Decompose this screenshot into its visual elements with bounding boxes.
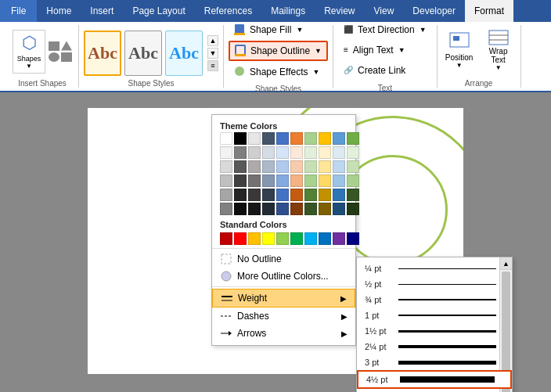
weight-option[interactable]: 1½ pt — [357, 323, 512, 339]
theme-color-swatch[interactable] — [248, 189, 261, 201]
theme-color-swatch[interactable] — [262, 132, 275, 145]
theme-color-swatch[interactable] — [304, 132, 317, 145]
tab-home[interactable]: Home — [37, 0, 81, 22]
theme-color-swatch[interactable] — [333, 189, 345, 201]
theme-color-swatch[interactable] — [220, 174, 232, 187]
theme-color-swatch[interactable] — [290, 203, 303, 215]
theme-color-swatch[interactable] — [234, 160, 247, 173]
theme-color-swatch[interactable] — [304, 160, 317, 173]
theme-color-swatch[interactable] — [333, 174, 345, 187]
styles-arrow-down[interactable]: ▼ — [207, 48, 218, 59]
theme-color-swatch[interactable] — [304, 146, 317, 159]
std-color-swatch[interactable] — [347, 232, 359, 245]
position-arrow[interactable]: ▼ — [456, 62, 463, 69]
shape-fill-arrow[interactable]: ▼ — [296, 26, 303, 34]
theme-color-swatch[interactable] — [234, 146, 247, 159]
shape-effect-button[interactable]: Shape Effects ▼ — [229, 63, 328, 81]
weight-option[interactable]: 6 pt — [357, 389, 512, 392]
style-btn-2[interactable]: Abc — [124, 31, 162, 76]
style-btn-1[interactable]: Abc — [84, 31, 121, 76]
shapes-button[interactable]: ⬡ Shapes ▼ — [13, 30, 45, 74]
weight-option[interactable]: 2¼ pt — [357, 339, 512, 354]
shape-outline-button[interactable]: Shape Outline ▼ — [229, 41, 328, 61]
theme-color-swatch[interactable] — [220, 132, 232, 145]
std-color-swatch[interactable] — [262, 232, 275, 245]
theme-color-swatch[interactable] — [276, 160, 289, 173]
no-outline-item[interactable]: No Outline — [212, 250, 355, 268]
theme-color-swatch[interactable] — [304, 174, 317, 187]
theme-color-swatch[interactable] — [333, 203, 345, 215]
theme-color-swatch[interactable] — [347, 174, 359, 187]
std-color-swatch[interactable] — [248, 232, 261, 245]
theme-color-swatch[interactable] — [262, 189, 275, 201]
theme-color-swatch[interactable] — [304, 189, 317, 201]
shape-icon-4[interactable] — [61, 52, 72, 62]
theme-color-swatch[interactable] — [248, 174, 261, 187]
shape-icon-2[interactable] — [61, 41, 72, 51]
tab-references[interactable]: References — [195, 0, 261, 22]
std-color-swatch[interactable] — [234, 232, 247, 245]
theme-color-swatch[interactable] — [234, 174, 247, 187]
arrows-item[interactable]: Arrows ▶ — [212, 325, 355, 342]
tab-mailings[interactable]: Mailings — [261, 0, 315, 22]
theme-color-swatch[interactable] — [290, 174, 303, 187]
std-color-swatch[interactable] — [276, 232, 289, 245]
theme-color-swatch[interactable] — [347, 132, 359, 145]
theme-color-swatch[interactable] — [220, 203, 232, 215]
styles-arrow-up[interactable]: ▲ — [207, 35, 218, 46]
tab-developer[interactable]: Developer — [403, 0, 465, 22]
shape-icon-3[interactable] — [49, 52, 59, 62]
align-text-button[interactable]: ≡ Align Text ▼ — [338, 41, 432, 59]
theme-color-swatch[interactable] — [319, 189, 331, 201]
shape-outline-arrow[interactable]: ▼ — [315, 47, 322, 55]
tab-review[interactable]: Review — [315, 0, 364, 22]
weight-option[interactable]: ½ pt — [357, 276, 512, 292]
position-button[interactable]: Position ▼ — [442, 28, 477, 72]
theme-color-swatch[interactable] — [333, 132, 345, 145]
theme-color-swatch[interactable] — [290, 146, 303, 159]
theme-color-swatch[interactable] — [220, 189, 232, 201]
theme-color-swatch[interactable] — [347, 203, 359, 215]
theme-color-swatch[interactable] — [248, 146, 261, 159]
more-outline-colors-item[interactable]: More Outline Colors... — [212, 268, 355, 285]
wrap-text-button[interactable]: Wrap Text ▼ — [481, 28, 516, 72]
theme-color-swatch[interactable] — [262, 203, 275, 215]
tab-view[interactable]: View — [365, 0, 404, 22]
theme-color-swatch[interactable] — [319, 160, 331, 173]
style-btn-3[interactable]: Abc — [165, 31, 203, 76]
text-direction-button[interactable]: ⬛ Text Direction ▼ — [338, 21, 432, 38]
tab-format[interactable]: Format — [465, 0, 513, 22]
theme-color-swatch[interactable] — [290, 160, 303, 173]
theme-color-swatch[interactable] — [319, 132, 331, 145]
theme-color-swatch[interactable] — [304, 203, 317, 215]
tab-file[interactable]: File — [0, 0, 37, 22]
weight-option[interactable]: ¼ pt — [357, 261, 512, 276]
weight-option[interactable]: 3 pt — [357, 354, 512, 370]
shape-fill-button[interactable]: Shape Fill ▼ — [229, 20, 328, 39]
weight-option[interactable]: 4½ pt — [357, 370, 512, 389]
std-color-swatch[interactable] — [220, 232, 232, 245]
theme-color-swatch[interactable] — [347, 160, 359, 173]
theme-color-swatch[interactable] — [234, 189, 247, 201]
text-direction-arrow[interactable]: ▼ — [420, 26, 427, 34]
align-text-arrow[interactable]: ▼ — [398, 46, 405, 54]
weight-item[interactable]: Weight ▶ — [212, 289, 355, 307]
theme-color-swatch[interactable] — [220, 146, 232, 159]
weight-option[interactable]: ¾ pt — [357, 292, 512, 307]
create-link-button[interactable]: 🔗 Create Link — [338, 62, 432, 79]
theme-color-swatch[interactable] — [319, 203, 331, 215]
theme-color-swatch[interactable] — [319, 146, 331, 159]
theme-color-swatch[interactable] — [290, 132, 303, 145]
std-color-swatch[interactable] — [290, 232, 303, 245]
wrap-text-arrow[interactable]: ▼ — [495, 64, 502, 71]
dashes-item[interactable]: Dashes ▶ — [212, 307, 355, 325]
theme-color-swatch[interactable] — [290, 189, 303, 201]
theme-color-swatch[interactable] — [234, 203, 247, 215]
tab-page-layout[interactable]: Page Layout — [123, 0, 194, 22]
theme-color-swatch[interactable] — [333, 146, 345, 159]
theme-color-swatch[interactable] — [262, 146, 275, 159]
theme-color-swatch[interactable] — [262, 174, 275, 187]
theme-color-swatch[interactable] — [276, 146, 289, 159]
std-color-swatch[interactable] — [304, 232, 317, 245]
shape-effect-arrow[interactable]: ▼ — [313, 68, 320, 76]
